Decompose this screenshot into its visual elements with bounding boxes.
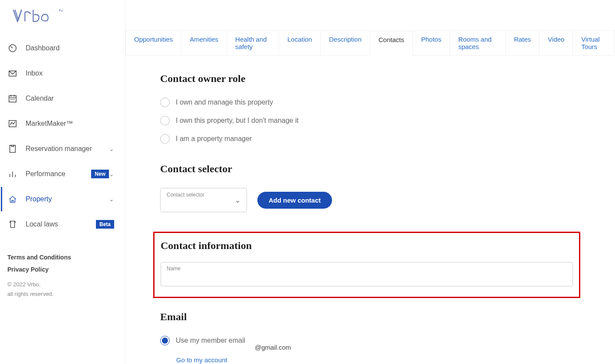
performance-icon bbox=[7, 169, 18, 179]
tab-contacts[interactable]: Contacts bbox=[370, 31, 413, 56]
vrbo-logo-icon bbox=[9, 7, 65, 24]
privacy-link[interactable]: Privacy Policy bbox=[7, 263, 125, 275]
radio-label: I am a property manager bbox=[176, 135, 252, 143]
owner-role-option-2[interactable]: I own this property, but I don't manage … bbox=[160, 116, 580, 125]
radio-label: I own this property, but I don't manage … bbox=[176, 117, 299, 125]
section-title-email: Email bbox=[160, 311, 580, 323]
contact-information-highlight: Contact information Name bbox=[153, 232, 580, 298]
sidebar: Dashboard Inbox Calendar MarketMaker™ Re… bbox=[0, 0, 125, 364]
sidebar-item-label: Inbox bbox=[26, 69, 125, 77]
sidebar-item-calendar[interactable]: Calendar bbox=[7, 93, 125, 104]
radio-icon bbox=[160, 98, 170, 107]
sidebar-item-label: Property bbox=[26, 195, 109, 203]
svg-point-3 bbox=[11, 99, 11, 99]
tab-rooms-spaces[interactable]: Rooms and spaces bbox=[450, 30, 506, 55]
chevron-down-icon: ⌄ bbox=[109, 171, 114, 177]
dashboard-icon bbox=[7, 43, 18, 53]
member-email-value: @gmail.com bbox=[255, 344, 580, 351]
sidebar-item-inbox[interactable]: Inbox bbox=[7, 68, 125, 79]
svg-point-4 bbox=[13, 99, 13, 99]
new-badge: New bbox=[91, 170, 109, 178]
sidebar-item-marketmaker[interactable]: MarketMaker™ bbox=[7, 118, 125, 129]
tab-rates[interactable]: Rates bbox=[505, 30, 539, 55]
inbox-icon bbox=[7, 68, 18, 79]
sidebar-item-label: Reservation manager bbox=[26, 145, 109, 153]
email-section: Use my member email @gmail.com Go to my … bbox=[160, 336, 580, 364]
section-title-owner-role: Contact owner role bbox=[160, 73, 580, 85]
tabs: Opportunities Amenities Health and safet… bbox=[125, 30, 615, 56]
name-label: Name bbox=[167, 266, 181, 272]
sidebar-item-label: Dashboard bbox=[26, 44, 125, 52]
sidebar-item-label: Local laws bbox=[26, 220, 96, 228]
main-content: Opportunities Amenities Health and safet… bbox=[125, 0, 615, 364]
sidebar-item-performance[interactable]: Performance New ⌄ bbox=[7, 169, 125, 179]
property-icon bbox=[7, 194, 18, 204]
brand-logo bbox=[7, 7, 125, 43]
sidebar-item-property[interactable]: Property ⌄ bbox=[7, 194, 125, 204]
tab-location[interactable]: Location bbox=[279, 30, 321, 55]
radio-label: I own and manage this property bbox=[176, 98, 273, 106]
market-icon bbox=[7, 118, 18, 129]
radio-label: Use my member email bbox=[176, 337, 245, 344]
footer-links: Terms and Conditions Privacy Policy © 20… bbox=[7, 230, 125, 299]
chevron-down-icon: ⌄ bbox=[235, 196, 240, 204]
reservation-icon bbox=[7, 144, 18, 154]
go-to-account-link[interactable]: Go to my account bbox=[176, 356, 227, 364]
sidebar-item-local-laws[interactable]: Local laws Beta bbox=[7, 219, 125, 230]
tab-health-safety[interactable]: Health and safety bbox=[227, 30, 279, 55]
tab-photos[interactable]: Photos bbox=[412, 30, 450, 55]
section-title-contact-selector: Contact selector bbox=[160, 163, 580, 175]
tab-opportunities[interactable]: Opportunities bbox=[125, 30, 181, 55]
sidebar-item-reservation-manager[interactable]: Reservation manager ⌄ bbox=[7, 144, 125, 154]
contact-selector-dropdown[interactable]: Contact selector ⌄ bbox=[160, 188, 247, 212]
sidebar-item-dashboard[interactable]: Dashboard bbox=[7, 43, 125, 53]
name-input[interactable] bbox=[161, 262, 573, 286]
sidebar-item-label: Performance bbox=[26, 170, 87, 178]
tab-virtual-tours[interactable]: Virtual Tours bbox=[572, 30, 615, 55]
radio-icon bbox=[160, 134, 170, 144]
name-input-wrapper: Name bbox=[161, 262, 573, 286]
beta-badge: Beta bbox=[96, 220, 114, 229]
terms-link[interactable]: Terms and Conditions bbox=[7, 251, 125, 263]
owner-role-option-3[interactable]: I am a property manager bbox=[160, 134, 580, 144]
tab-amenities[interactable]: Amenities bbox=[181, 30, 227, 55]
sidebar-nav: Dashboard Inbox Calendar MarketMaker™ Re… bbox=[7, 43, 125, 230]
section-title-contact-info: Contact information bbox=[161, 240, 573, 252]
tab-description[interactable]: Description bbox=[320, 30, 370, 55]
add-new-contact-button[interactable]: Add new contact bbox=[257, 192, 332, 209]
laws-icon bbox=[7, 219, 18, 230]
svg-point-5 bbox=[14, 99, 14, 99]
copyright: © 2022 Vrbo, all rights reserved. bbox=[7, 275, 125, 299]
sidebar-item-label: MarketMaker™ bbox=[26, 120, 125, 128]
tab-video[interactable]: Video bbox=[539, 30, 573, 55]
contact-selector-row: Contact selector ⌄ Add new contact bbox=[160, 188, 580, 212]
radio-checked-icon bbox=[160, 336, 170, 345]
sidebar-item-label: Calendar bbox=[26, 95, 125, 102]
dropdown-label: Contact selector bbox=[167, 192, 240, 198]
calendar-icon bbox=[7, 93, 18, 104]
chevron-down-icon: ⌄ bbox=[109, 145, 114, 152]
owner-role-radio-group: I own and manage this property I own thi… bbox=[160, 98, 580, 144]
owner-role-option-1[interactable]: I own and manage this property bbox=[160, 98, 580, 107]
radio-icon bbox=[160, 116, 170, 125]
chevron-down-icon: ⌄ bbox=[109, 196, 114, 203]
